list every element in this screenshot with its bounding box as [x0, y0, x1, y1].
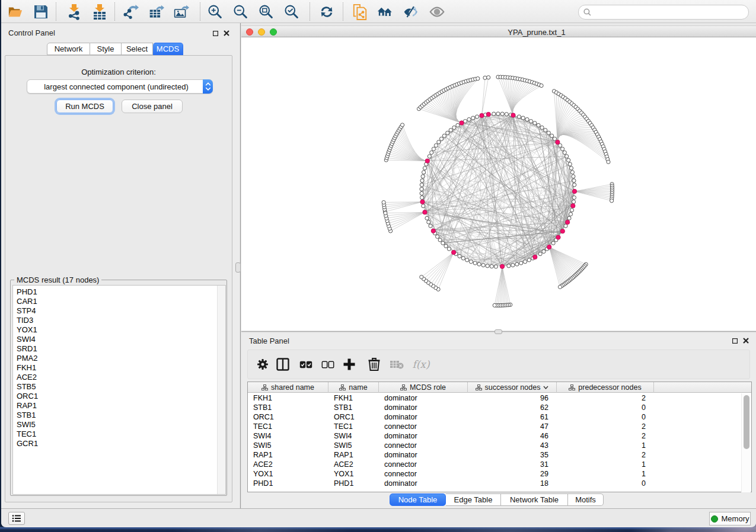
- hide-selected-icon[interactable]: [403, 4, 419, 20]
- run-mcds-button[interactable]: Run MCDS: [56, 100, 113, 113]
- result-node[interactable]: YOX1: [13, 325, 225, 335]
- close-table-panel-icon[interactable]: [743, 338, 749, 344]
- horizontal-splitter-handle[interactable]: [495, 329, 502, 334]
- result-node[interactable]: CAR1: [13, 297, 225, 306]
- search-input[interactable]: [594, 7, 748, 18]
- table-scrollbar-thumb[interactable]: [744, 395, 749, 449]
- export-table-icon[interactable]: [149, 4, 164, 20]
- result-node[interactable]: STB1: [13, 411, 225, 420]
- table-row[interactable]: STB1STB1dominator620: [248, 403, 751, 412]
- tab-network-table[interactable]: Network Table: [501, 493, 568, 506]
- window-maximize-icon[interactable]: [270, 28, 277, 36]
- toolbar-separator: [56, 2, 56, 21]
- result-node[interactable]: TEC1: [13, 430, 225, 439]
- close-panel-button[interactable]: Close panel: [122, 100, 183, 113]
- zoom-in-icon[interactable]: [207, 4, 222, 20]
- tab-select[interactable]: Select: [122, 43, 153, 55]
- mcds-result-list[interactable]: PHD1CAR1STP4TID3YOX1SWI4SRD1PMA2FKH1ACE2…: [12, 285, 226, 495]
- memory-button[interactable]: Memory: [709, 512, 751, 525]
- result-node[interactable]: SWI5: [13, 420, 225, 430]
- cell-MCDS-role: dominator: [379, 403, 468, 412]
- clone-network-icon[interactable]: [352, 4, 368, 20]
- column-header-successor-nodes[interactable]: successor nodes: [468, 382, 557, 393]
- cell-predecessor-nodes: 2: [557, 431, 654, 441]
- search-field[interactable]: [578, 5, 749, 20]
- result-node[interactable]: PMA2: [13, 354, 225, 363]
- result-node[interactable]: GCR1: [13, 439, 225, 448]
- criterion-dropdown[interactable]: largest connected component (undirected): [27, 79, 213, 94]
- tab-mcds[interactable]: MCDS: [153, 43, 183, 55]
- table-row[interactable]: TEC1TEC1connector472: [248, 422, 751, 431]
- show-all-icon[interactable]: [429, 4, 445, 20]
- table-settings-icon[interactable]: [255, 356, 270, 373]
- node-table: shared namenameMCDS rolesuccessor nodesp…: [247, 382, 752, 492]
- float-panel-icon[interactable]: [213, 31, 218, 36]
- table-row[interactable]: PHD1PHD1dominator180: [248, 479, 751, 488]
- table-row[interactable]: SWI5SWI5connector431: [248, 441, 751, 450]
- tab-node-table[interactable]: Node Table: [390, 493, 446, 506]
- add-column-icon[interactable]: [342, 356, 357, 373]
- column-header-predecessor-nodes[interactable]: predecessor nodes: [557, 382, 654, 393]
- column-header-name[interactable]: name: [328, 382, 379, 393]
- table-scrollbar[interactable]: [741, 393, 751, 492]
- cell-MCDS-role: connector: [379, 460, 468, 469]
- table-row[interactable]: FKH1FKH1dominator962: [248, 393, 751, 403]
- zoom-fit-icon[interactable]: [258, 4, 273, 20]
- network-canvas[interactable]: [241, 37, 756, 331]
- result-node[interactable]: STP4: [13, 306, 225, 316]
- table-tabs: Node TableEdge TableNetwork TableMotifs: [390, 493, 604, 506]
- close-panel-icon[interactable]: [224, 30, 229, 36]
- function-builder-icon[interactable]: f(x): [410, 356, 432, 373]
- cell-MCDS-role: dominator: [379, 412, 468, 422]
- result-node[interactable]: STB5: [13, 382, 225, 392]
- import-network-icon[interactable]: [66, 4, 82, 20]
- table-row[interactable]: ACE2ACE2connector311: [248, 460, 751, 469]
- dropdown-spinner-icon: [203, 79, 213, 94]
- result-node[interactable]: RAP1: [13, 401, 225, 411]
- table-row[interactable]: SWI4SWI4dominator462: [248, 431, 751, 441]
- vertical-splitter-handle[interactable]: [235, 262, 241, 273]
- first-neighbors-icon[interactable]: [377, 4, 393, 20]
- window-close-icon[interactable]: [246, 28, 253, 36]
- open-file-icon[interactable]: [8, 4, 23, 20]
- result-node[interactable]: SRD1: [13, 344, 225, 354]
- export-image-icon[interactable]: [174, 4, 189, 20]
- result-node[interactable]: TID3: [13, 316, 225, 325]
- result-node[interactable]: FKH1: [13, 363, 225, 373]
- network-window-titlebar[interactable]: YPA_prune.txt_1: [241, 25, 756, 37]
- tab-network[interactable]: Network: [47, 43, 90, 55]
- cell-successor-nodes: 18: [468, 479, 557, 488]
- tab-motifs[interactable]: Motifs: [568, 493, 604, 506]
- import-table-icon[interactable]: [92, 4, 107, 20]
- result-node[interactable]: SWI4: [13, 335, 225, 344]
- table-panel: Table Panel: [241, 333, 756, 508]
- delete-table-icon[interactable]: [389, 356, 404, 373]
- result-list-scrollbar[interactable]: [217, 286, 225, 494]
- save-session-icon[interactable]: [33, 4, 49, 20]
- window-minimize-icon[interactable]: [258, 28, 265, 36]
- result-node[interactable]: ACE2: [13, 373, 225, 382]
- task-history-button[interactable]: [8, 512, 25, 525]
- table-row[interactable]: ORC1ORC1dominator610: [248, 412, 751, 422]
- column-header-MCDS-role[interactable]: MCDS role: [379, 382, 468, 393]
- table-toolbar: f(x): [247, 350, 750, 379]
- cell-shared-name: ORC1: [248, 412, 328, 422]
- export-network-icon[interactable]: [123, 4, 139, 20]
- table-row[interactable]: YOX1YOX1connector291: [248, 469, 751, 479]
- deselect-all-icon[interactable]: [320, 356, 336, 373]
- float-table-panel-icon[interactable]: [732, 338, 738, 344]
- tab-edge-table[interactable]: Edge Table: [446, 493, 501, 506]
- cell-name: YOX1: [328, 469, 379, 479]
- select-all-icon[interactable]: [298, 356, 314, 373]
- column-header-shared-name[interactable]: shared name: [248, 382, 328, 393]
- result-node[interactable]: PHD1: [13, 287, 225, 297]
- zoom-selected-icon[interactable]: [283, 4, 299, 20]
- refresh-icon[interactable]: [319, 4, 334, 20]
- tab-style[interactable]: Style: [90, 43, 122, 55]
- table-row[interactable]: RAP1RAP1dominator352: [248, 450, 751, 460]
- cell-predecessor-nodes: 1: [557, 441, 654, 450]
- show-column-panel-icon[interactable]: [275, 356, 291, 373]
- zoom-out-icon[interactable]: [232, 4, 248, 20]
- result-node[interactable]: ORC1: [13, 392, 225, 401]
- delete-icon[interactable]: [366, 356, 382, 373]
